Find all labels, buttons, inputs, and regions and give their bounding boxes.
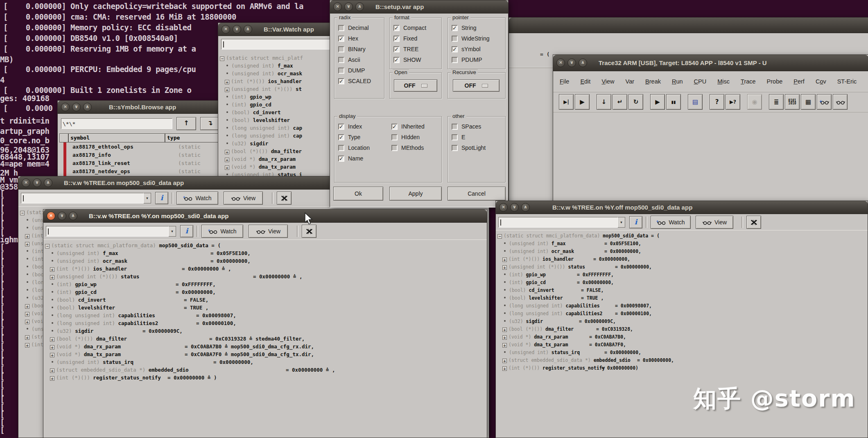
variable-row[interactable]: +(int (*)()) register_status_notify= 0x0… xyxy=(496,365,868,373)
variable-row[interactable]: (int) gpio_cd= 0x00000000, xyxy=(496,280,868,287)
maximize-icon[interactable]: ∧ xyxy=(244,25,252,34)
maximize-icon[interactable]: ∧ xyxy=(355,2,364,11)
checkbox-index[interactable]: ✓Index xyxy=(335,121,387,132)
expand-icon[interactable]: + xyxy=(502,265,507,270)
titlebar[interactable]: × ∨ ∧ B::setup.var app xyxy=(330,0,508,14)
break-button[interactable]: ▮▮ xyxy=(666,94,681,110)
checkbox-ascii[interactable]: Ascii xyxy=(335,54,384,65)
collapse-icon[interactable]: − xyxy=(20,211,25,215)
step-down-button[interactable]: ↓ xyxy=(597,94,611,110)
checkbox-widestring[interactable]: WideString xyxy=(448,33,505,44)
expand-icon[interactable]: + xyxy=(225,165,229,170)
expand-icon[interactable]: + xyxy=(50,368,54,373)
menu-st-eric[interactable]: ST-Eric xyxy=(837,78,857,85)
variable-row[interactable]: +(struct embedded_sdio_data *) embedded_… xyxy=(43,367,487,375)
titlebar[interactable]: × ∨ ∧ B::v.w %TREE.on %Y.on mop500_sdi0_… xyxy=(43,210,487,223)
expand-icon[interactable]: + xyxy=(502,343,507,348)
kill-window-button[interactable] xyxy=(746,216,761,229)
menu-cov[interactable]: Cov xyxy=(816,78,826,85)
variable-row[interactable]: (long unsigned int) capabilities= 0x0009… xyxy=(496,303,868,311)
variable-row[interactable]: (long unsigned int) capabilities2= 0x000… xyxy=(43,320,487,328)
menu-var[interactable]: Var xyxy=(626,78,635,85)
menu-break[interactable]: Break xyxy=(645,78,661,85)
variable-row[interactable]: +(void *) dma_tx_param= 0xC0ABA7F0, xyxy=(496,342,868,350)
view-button[interactable]: View xyxy=(224,192,263,205)
checkbox-hidden[interactable]: HIdden xyxy=(388,132,440,142)
collapse-icon[interactable]: − xyxy=(45,244,50,248)
minimize-icon[interactable]: ∨ xyxy=(233,25,241,34)
collapse-icon[interactable]: − xyxy=(497,234,502,239)
checkbox-methods[interactable]: MEthods xyxy=(388,142,440,153)
chevron-down-icon[interactable]: ▼ xyxy=(144,193,151,203)
checkbox-fixed[interactable]: ✓Fixed xyxy=(390,33,441,44)
info-button[interactable]: i xyxy=(180,225,193,237)
recursive-dropdown[interactable]: OFF xyxy=(453,79,500,92)
variable-row[interactable]: (bool) cd_invert= FALSE, xyxy=(496,287,868,295)
variable-row[interactable]: −(static struct mmci_platform_data) mop5… xyxy=(43,242,487,250)
variable-row[interactable]: (bool) cd_invert= FALSE, xyxy=(43,297,487,305)
checkbox-compact[interactable]: ✓Compact xyxy=(390,23,441,33)
checkbox-location[interactable]: Location xyxy=(335,142,387,153)
menu-probe[interactable]: Probe xyxy=(767,78,783,85)
expand-icon[interactable]: + xyxy=(50,345,54,350)
expand-icon[interactable]: + xyxy=(225,158,229,162)
expand-icon[interactable]: + xyxy=(50,376,54,381)
expand-icon[interactable]: + xyxy=(225,88,229,92)
checkbox-dump[interactable]: DUMP xyxy=(335,65,384,76)
chevron-down-icon[interactable]: ▼ xyxy=(169,226,176,237)
variable-input[interactable] xyxy=(21,193,144,203)
menu-file[interactable]: File xyxy=(560,78,569,85)
go-button[interactable]: ▶ xyxy=(650,94,665,110)
minimize-icon[interactable]: ∨ xyxy=(33,178,41,187)
checkbox-inherited[interactable]: ✓INherited xyxy=(388,121,440,132)
expand-icon[interactable]: + xyxy=(50,337,54,342)
expand-icon[interactable]: + xyxy=(502,257,507,262)
variable-row[interactable]: (int) gpio_cd= 0x00000000, xyxy=(43,289,487,297)
kill-window-button[interactable] xyxy=(277,192,292,205)
expand-icon[interactable]: + xyxy=(502,335,507,340)
expand-icon[interactable]: + xyxy=(50,275,54,280)
variable-row[interactable]: +(bool (*)()) dma_filter= 0xC0319328, xyxy=(496,326,868,334)
info-button[interactable]: i xyxy=(629,216,642,228)
watch-add-button[interactable]: + xyxy=(817,94,832,110)
variable-row[interactable]: (unsigned int) status_irq= 0x00000000, xyxy=(43,359,487,367)
ok-button[interactable]: Ok xyxy=(333,187,383,201)
maximize-icon[interactable]: ∧ xyxy=(44,178,52,187)
checkbox-scaled[interactable]: ✓SCALED xyxy=(335,76,384,86)
expand-icon[interactable]: + xyxy=(25,343,29,348)
cancel-button[interactable]: Cancel xyxy=(448,187,506,201)
titlebar[interactable]: × ∨ ∧ Trace32 ARM [USB], Target: L8540 A… xyxy=(553,55,868,71)
variable-row[interactable]: +(unsigned int (*)()) status= 0x00000000… xyxy=(496,264,868,272)
variable-row[interactable]: (unsigned int) status_irq= 0x00000000, xyxy=(496,350,868,357)
variable-row[interactable]: +(void *) dma_rx_param= 0xC0ABA7B0 ≙ mop… xyxy=(43,343,487,351)
variable-row[interactable]: (bool) levelshifter= TRUE , xyxy=(496,295,868,303)
checkbox-string[interactable]: ✓String xyxy=(448,23,505,33)
checkbox-symbol[interactable]: ✓sYmbol xyxy=(448,44,505,54)
symbol-filter-input[interactable]: \*\* xyxy=(61,118,172,129)
info-button[interactable]: i xyxy=(155,192,168,204)
titlebar[interactable] xyxy=(509,18,868,33)
menu-cpu[interactable]: CPU xyxy=(694,78,707,85)
apply-button[interactable]: Apply xyxy=(389,187,442,201)
expand-icon[interactable]: + xyxy=(502,327,507,332)
variable-input[interactable] xyxy=(498,217,618,228)
variable-row[interactable]: (unsigned int) f_max= 0x05F5E100, xyxy=(496,241,868,248)
variable-row[interactable]: (unsigned int) ocr_mask= 0x00000000, xyxy=(43,258,487,266)
close-icon[interactable]: × xyxy=(47,212,55,220)
checkbox-hex[interactable]: ✓Hex xyxy=(335,33,384,44)
maximize-icon[interactable]: ∧ xyxy=(83,103,92,111)
close-icon[interactable]: × xyxy=(61,103,70,111)
close-icon[interactable]: × xyxy=(333,2,342,11)
minimize-icon[interactable]: ∨ xyxy=(58,212,66,220)
expand-icon[interactable]: + xyxy=(25,335,29,340)
view-button[interactable]: View xyxy=(696,216,733,229)
minimize-icon[interactable]: ∨ xyxy=(72,103,81,111)
variable-row[interactable]: (unsigned int) f_max= 0x05F5E100, xyxy=(43,250,487,258)
menu-perf[interactable]: Perf xyxy=(793,78,805,85)
variable-row[interactable]: (long unsigned int) capabilities2= 0x000… xyxy=(496,311,868,318)
checkbox-pdump[interactable]: PDUMP xyxy=(448,54,505,65)
variable-row[interactable]: +(struct embedded_sdio_data *) embedded_… xyxy=(496,357,868,365)
checkbox-type[interactable]: ✓Type xyxy=(335,132,387,142)
variable-row[interactable]: (int) gpio_wp= 0xFFFFFFFF, xyxy=(496,272,868,280)
header-symbol[interactable]: symbol xyxy=(68,133,165,142)
